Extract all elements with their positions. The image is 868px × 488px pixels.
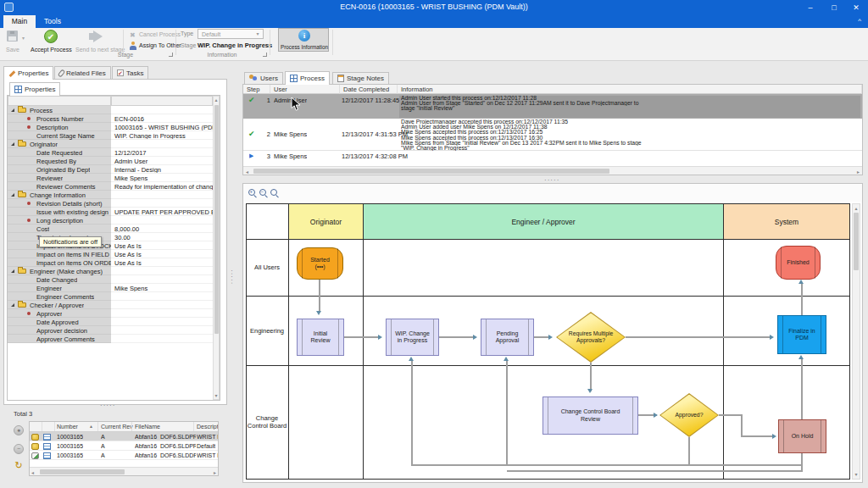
property-row[interactable]: Checker / Approver xyxy=(8,301,213,309)
property-row[interactable]: Revision Details (short) xyxy=(8,199,213,208)
property-value[interactable]: 12/12/2017 xyxy=(111,148,213,157)
property-value[interactable] xyxy=(111,267,213,275)
node-requires-multiple-approvals[interactable]: Requires Multiple Approvals? xyxy=(556,312,626,363)
col-date-completed[interactable]: Date Completed xyxy=(340,85,398,94)
scroll-left-icon[interactable]: ◂ xyxy=(31,469,34,475)
tab-main[interactable]: Main xyxy=(3,15,36,28)
property-row[interactable]: Originator xyxy=(8,140,213,148)
expander-triangle-icon[interactable] xyxy=(11,269,14,273)
scroll-up-icon[interactable]: ▴ xyxy=(853,205,860,212)
property-row[interactable]: Cost 8,000.00 xyxy=(8,225,213,233)
property-row[interactable]: Approver xyxy=(8,309,213,318)
property-value[interactable]: ECN-0016 xyxy=(111,114,213,123)
property-value[interactable] xyxy=(111,199,213,208)
property-row[interactable]: Current Stage Name WIP. Change in Progre… xyxy=(8,131,213,140)
maximize-button[interactable]: □ xyxy=(824,0,844,15)
property-row[interactable]: Process Number ECN-0016 xyxy=(8,114,213,123)
property-row[interactable]: Description 10003165 - WRIST BUSHING (PD… xyxy=(8,123,213,131)
node-started[interactable]: Started (•••) xyxy=(297,247,343,280)
property-value[interactable] xyxy=(111,106,213,114)
property-row[interactable]: Date Changed xyxy=(8,275,213,284)
property-value[interactable] xyxy=(111,309,213,318)
process-grid-hscrollbar[interactable]: ◂ ▸ xyxy=(243,166,862,175)
tab-stage-notes[interactable]: Stage Notes xyxy=(332,72,389,84)
property-value[interactable]: UPDATE PART PER APPROVED ECRS xyxy=(111,208,213,216)
property-row[interactable]: Issue with existing design UPDATE PART P… xyxy=(8,208,213,216)
node-ccb-review[interactable]: Change Control Board Review xyxy=(542,396,638,435)
property-row[interactable]: Requested By Admin User xyxy=(8,157,213,165)
scroll-up-icon[interactable]: ▴ xyxy=(214,97,219,103)
property-value[interactable] xyxy=(111,140,213,148)
file-row[interactable]: 10003165 A Abfan16_DOF6.SLDPRT Default xyxy=(30,441,218,451)
scroll-down-icon[interactable]: ▾ xyxy=(214,392,219,399)
accept-process-button[interactable]: Accept Process xyxy=(31,47,72,53)
col-number[interactable]: Number xyxy=(57,424,78,430)
diagram-vscrollbar-thumb[interactable] xyxy=(854,213,859,270)
node-on-hold[interactable]: On Hold xyxy=(778,419,826,453)
property-row[interactable]: Approver decision xyxy=(8,326,213,335)
property-value[interactable] xyxy=(111,275,213,284)
col-current-rev[interactable]: Current Rev xyxy=(101,424,133,430)
property-row[interactable]: Engineer Mike Spens xyxy=(8,284,213,292)
node-approved[interactable]: Approved? xyxy=(659,393,719,437)
scroll-left-icon[interactable]: ◂ xyxy=(246,169,248,175)
property-row[interactable]: Date Approved xyxy=(8,318,213,326)
file-row[interactable]: 10003165 A Abfan16_DOF6.SLDPRT WRIST BUS… xyxy=(30,432,218,441)
property-row[interactable]: Change Information xyxy=(8,191,213,199)
expander-triangle-icon[interactable] xyxy=(11,303,14,307)
property-value[interactable]: Mike Spens xyxy=(111,284,213,292)
expander-triangle-icon[interactable] xyxy=(11,108,14,112)
property-row[interactable]: Process xyxy=(8,106,213,114)
save-dropdown-icon[interactable]: ▾ xyxy=(22,35,25,41)
property-row[interactable]: Date Requested 12/12/2017 xyxy=(8,148,213,157)
scroll-right-icon[interactable]: ▸ xyxy=(857,169,860,175)
property-row[interactable]: Originated By Dept Internal - Design xyxy=(8,165,213,174)
property-row[interactable]: Engineer Comments xyxy=(8,292,213,301)
property-value[interactable]: 30.00 xyxy=(111,233,213,241)
select-all-button[interactable]: ● xyxy=(14,425,24,435)
scroll-right-icon[interactable]: ▸ xyxy=(214,469,216,475)
save-button[interactable]: Save xyxy=(6,47,19,53)
tab-related-files[interactable]: Related Files xyxy=(54,66,111,79)
property-row[interactable]: Impact on items ON ORDER Use As Is xyxy=(8,258,213,267)
property-value[interactable] xyxy=(111,216,213,225)
horizontal-splitter-handle[interactable]: ····· xyxy=(100,402,115,409)
property-value[interactable]: Use As Is xyxy=(111,241,213,250)
col-description[interactable]: Description xyxy=(197,424,219,430)
process-row-2[interactable]: ✔ 2 Mike Spens 12/13/2017 4:31:53 PM Dav… xyxy=(243,119,862,151)
property-value[interactable] xyxy=(111,326,213,335)
vertical-splitter-handle[interactable]: ····· xyxy=(228,269,236,285)
tab-tasks[interactable]: ✔ Tasks xyxy=(112,66,148,79)
process-information-button[interactable]: i Process Information xyxy=(278,28,329,52)
type-dropdown[interactable]: Default ▾ xyxy=(198,29,264,39)
deselect-button[interactable]: − xyxy=(14,444,24,454)
node-pending-approval[interactable]: Pending Approval xyxy=(481,319,534,356)
ribbon-collapse-icon[interactable]: ^ xyxy=(858,17,861,25)
process-row-3[interactable]: ▶ 3 Mike Spens 12/13/2017 4:32:08 PM xyxy=(243,151,862,162)
property-row[interactable]: Impact on items IN FIELD Use As Is xyxy=(8,250,213,258)
properties-scrollbar[interactable]: ▴ ▾ xyxy=(213,96,220,400)
close-button[interactable]: ✕ xyxy=(846,0,866,15)
information-dialog-launcher-icon[interactable] xyxy=(263,53,267,57)
property-value[interactable]: Ready for implementation of changes xyxy=(111,182,213,191)
scroll-down-icon[interactable]: ▾ xyxy=(853,471,860,478)
property-value[interactable]: 8,000.00 xyxy=(111,225,213,233)
files-hscrollbar[interactable]: ◂ ▸ xyxy=(30,467,218,475)
minimize-button[interactable]: – xyxy=(800,0,821,15)
property-row[interactable]: Reviewer Mike Spens xyxy=(8,174,213,182)
node-wip-change-in-progress[interactable]: WIP. Change in Progress xyxy=(386,319,439,356)
node-finished[interactable]: Finished xyxy=(776,246,821,280)
zoom-fit-icon[interactable] xyxy=(270,189,280,198)
property-row[interactable]: Reviewer Comments Ready for implementati… xyxy=(8,182,213,191)
stage-dialog-launcher-icon[interactable] xyxy=(169,53,173,57)
property-value[interactable] xyxy=(111,301,213,309)
expander-triangle-icon[interactable] xyxy=(11,142,14,146)
expander-triangle-icon[interactable] xyxy=(11,193,14,197)
chevron-down-icon[interactable]: ▾ xyxy=(253,30,262,38)
col-step[interactable]: Step xyxy=(243,85,270,94)
inner-tab-properties[interactable]: Properties xyxy=(9,82,60,96)
property-value[interactable] xyxy=(111,318,213,326)
property-value[interactable] xyxy=(111,335,213,343)
property-row[interactable]: Approver Comments xyxy=(8,335,213,343)
tab-process[interactable]: Process xyxy=(285,71,330,85)
